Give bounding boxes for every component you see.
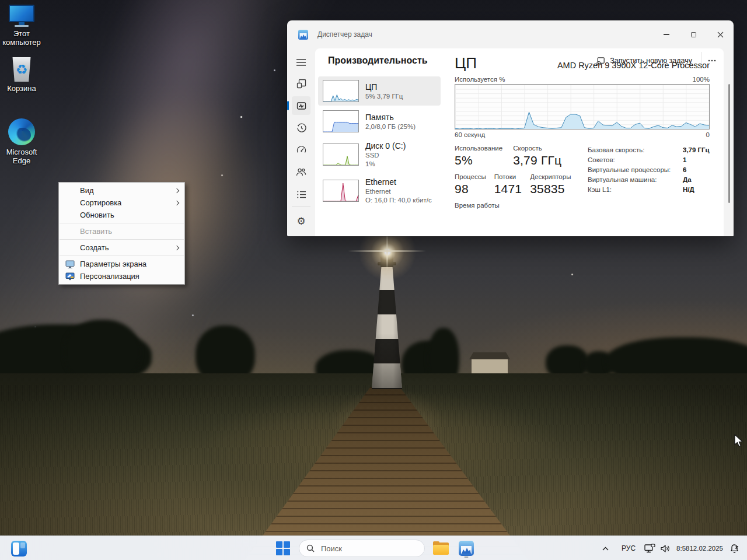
edge-icon <box>8 118 35 145</box>
close-button[interactable] <box>707 20 734 48</box>
menu-item-personalization[interactable]: Персонализация <box>59 270 184 282</box>
menu-separator <box>60 256 184 256</box>
desktop-screen: Этот компьютер ♻ Корзина Microsoft Edge … <box>0 0 747 560</box>
menu-separator <box>60 223 184 223</box>
running-indicator <box>465 556 469 558</box>
hamburger-menu-button[interactable] <box>292 53 310 72</box>
search-icon <box>306 544 315 552</box>
personalization-icon <box>65 272 75 281</box>
search-input[interactable] <box>320 544 407 554</box>
navigation-rail: ⚙ <box>287 48 315 236</box>
scrollbar-track[interactable] <box>724 48 734 236</box>
disk-mini-chart <box>323 144 359 166</box>
tray-date: 12.02.2025 <box>689 544 723 552</box>
cpu-detail-panel: ЦП AMD Ryzen 9 3900X 12-Core Processor И… <box>455 54 710 236</box>
gear-icon: ⚙ <box>296 215 305 227</box>
chevron-right-icon <box>174 245 179 250</box>
desktop-icon-label: Этот компьютер <box>0 29 43 47</box>
task-manager-icon <box>459 541 474 556</box>
stat-processes: Процессы 98 <box>455 173 486 197</box>
memory-mini-chart <box>323 110 359 132</box>
performance-icon <box>296 101 306 111</box>
stat-handles: Дескрипторы 35835 <box>530 173 571 197</box>
startup-icon <box>296 145 306 155</box>
taskbar: РУС 8:58 12.02.2025 <box>0 536 747 560</box>
windows-logo-icon <box>276 541 290 555</box>
scrollbar-thumb[interactable] <box>728 84 730 203</box>
chevron-right-icon <box>174 188 179 192</box>
nav-processes[interactable] <box>292 74 310 93</box>
house-silhouette <box>472 358 508 373</box>
task-manager-app-icon <box>298 30 308 40</box>
notification-center-button[interactable] <box>727 538 742 558</box>
menu-item-new[interactable]: Создать <box>59 242 184 254</box>
notification-bell-icon <box>729 544 739 554</box>
network-button[interactable] <box>642 538 658 558</box>
processes-icon <box>296 79 306 89</box>
graph-label: Используется % <box>455 76 505 83</box>
recycle-bin-icon: ♻ <box>11 57 32 82</box>
menu-separator <box>60 239 184 240</box>
chevron-right-icon <box>174 200 179 205</box>
desktop-icon-label: Корзина <box>0 84 43 93</box>
cpu-usage-chart <box>455 84 710 130</box>
menu-item-refresh[interactable]: Обновить <box>59 209 184 221</box>
system-tray: РУС 8:58 12.02.2025 <box>598 536 747 560</box>
ethernet-mini-chart <box>323 180 359 202</box>
settings-button[interactable]: ⚙ <box>292 212 310 230</box>
widgets-icon <box>11 541 27 556</box>
stat-speed: Скорость 3,79 ГГц <box>513 144 561 168</box>
list-item-cpu[interactable]: ЦП 5% 3,79 ГГц <box>318 76 441 106</box>
cpu-spec-list: Базовая скорость:3,79 ГГц Сокетов:1 Вирт… <box>588 144 710 209</box>
uptime-label: Время работы <box>455 202 588 209</box>
graph-zero-label: 0 <box>706 131 710 138</box>
clock[interactable]: 8:58 12.02.2025 <box>673 538 727 558</box>
minimize-button[interactable] <box>653 20 680 48</box>
desktop-context-menu: Вид Сортировка Обновить Вставить Создать… <box>58 182 185 285</box>
desktop-icon-edge[interactable]: Microsoft Edge <box>0 118 43 165</box>
desktop-icon-label: Microsoft Edge <box>0 148 43 165</box>
selected-indicator <box>287 101 289 110</box>
desktop-icon-recycle-bin[interactable]: ♻ Корзина <box>0 57 43 93</box>
history-icon <box>296 123 306 133</box>
folder-icon <box>433 542 449 555</box>
titlebar[interactable]: Диспетчер задач <box>287 20 734 48</box>
graph-timespan-label: 60 секунд <box>455 131 485 138</box>
performance-resource-list: ЦП 5% 3,79 ГГц Память 2,0/8,0 ГБ (25%) Д… <box>318 76 441 209</box>
list-item-ethernet[interactable]: Ethernet Ethernet О: 16,0 П: 40,0 кбит/с <box>318 173 441 208</box>
nav-app-history[interactable] <box>292 118 310 137</box>
network-icon <box>644 544 655 554</box>
content-card: Производительность Запустить новую задач… <box>315 48 724 236</box>
nav-details[interactable] <box>292 185 310 204</box>
page-title: Производительность <box>328 55 428 66</box>
widgets-button[interactable] <box>9 538 29 558</box>
menu-item-view[interactable]: Вид <box>59 184 184 197</box>
details-icon <box>296 190 306 199</box>
taskbar-search[interactable] <box>299 540 425 557</box>
maximize-button[interactable] <box>680 20 707 48</box>
this-pc-icon <box>0 5 43 27</box>
volume-button[interactable] <box>658 538 673 558</box>
menu-item-sort[interactable]: Сортировка <box>59 197 184 209</box>
chevron-up-icon <box>602 547 609 551</box>
nav-users[interactable] <box>292 163 310 181</box>
display-settings-icon <box>65 260 75 269</box>
stat-threads: Потоки 1471 <box>494 173 522 197</box>
menu-item-paste[interactable]: Вставить <box>59 225 184 237</box>
cpu-title: ЦП <box>455 54 477 72</box>
stat-usage: Использование 5% <box>455 144 502 168</box>
rail-divider <box>292 206 310 207</box>
menu-item-display-settings[interactable]: Параметры экрана <box>59 258 184 270</box>
language-indicator[interactable]: РУС <box>617 538 640 558</box>
tray-chevron-button[interactable] <box>598 538 613 558</box>
start-button[interactable] <box>273 538 293 558</box>
nav-startup-apps[interactable] <box>292 141 310 159</box>
window-title: Диспетчер задач <box>317 30 372 38</box>
nav-performance[interactable] <box>292 96 310 115</box>
list-item-memory[interactable]: Память 2,0/8,0 ГБ (25%) <box>318 107 441 136</box>
desktop-icon-this-pc[interactable]: Этот компьютер <box>0 5 43 47</box>
list-item-disk[interactable]: Диск 0 (C:) SSD 1% <box>318 137 441 172</box>
file-explorer-button[interactable] <box>431 538 451 558</box>
processor-name: AMD Ryzen 9 3900X 12-Core Processor <box>557 61 710 70</box>
task-manager-taskbar-button[interactable] <box>456 538 476 558</box>
